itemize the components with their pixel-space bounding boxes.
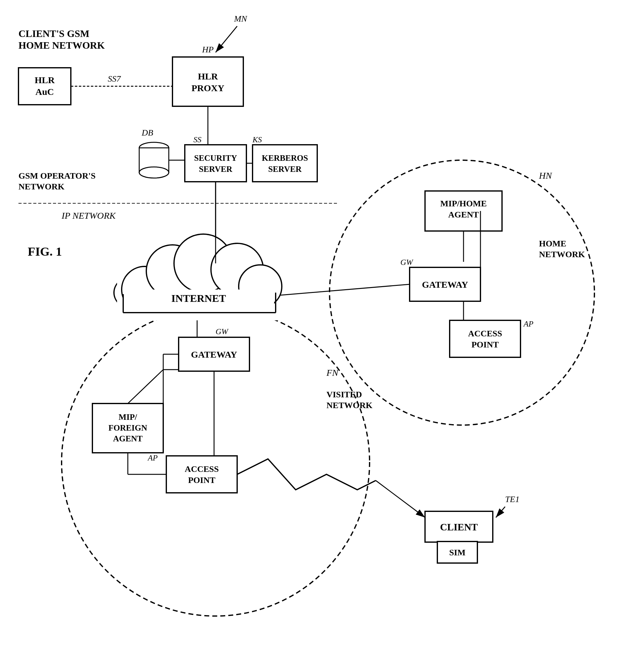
mip-home-text1: MIP/HOME (440, 199, 487, 208)
internet-to-gateway-line (274, 284, 410, 296)
security-text2: SERVER (199, 164, 232, 174)
to-client-line (376, 480, 425, 518)
mip-home-text2: AGENT (448, 210, 479, 219)
hlr-auc-text1: HLR (34, 75, 54, 85)
mip-foreign-text2: FOREIGN (109, 423, 147, 432)
security-server-box (185, 145, 246, 182)
diagram: CLIENT'S GSM HOME NETWORK HLR AuC SS7 HL… (0, 0, 644, 661)
db-bottom (139, 167, 169, 178)
ss-label: SS (193, 135, 202, 144)
clients-gsm-label: CLIENT'S GSM (19, 28, 89, 39)
gateway-bottom-text: GATEWAY (191, 349, 237, 360)
ss7-label: SS7 (108, 74, 121, 84)
hlr-auc-box (19, 68, 71, 105)
fig1-label: FIG. 1 (28, 245, 62, 258)
mn-arrow (215, 26, 237, 52)
security-text1: SECURITY (194, 153, 237, 163)
internet-cloud-overlay: INTERNET (117, 234, 282, 320)
kerberos-text1: KERBEROS (262, 153, 308, 163)
visited-network-text2: NETWORK (326, 401, 373, 410)
home-network-inside2: NETWORK (539, 250, 585, 259)
mip-foreign-text1: MIP/ (119, 412, 137, 422)
home-network-inside: HOME (539, 239, 567, 248)
gw-to-mfa (128, 370, 163, 404)
fn-label: FN (326, 367, 339, 378)
ap-bottom-label: AP (147, 453, 158, 462)
te1-arrow (496, 507, 505, 518)
hlr-proxy-box (172, 57, 243, 106)
kerberos-text2: SERVER (268, 164, 302, 174)
te1-label: TE1 (505, 494, 520, 504)
db-label: DB (141, 128, 153, 137)
home-network-label-top: HOME NETWORK (19, 40, 105, 51)
hp-label: HP (202, 45, 213, 54)
zigzag-line (237, 459, 376, 490)
gw-bottom-label: GW (215, 327, 229, 336)
mip-foreign-text3: AGENT (113, 434, 143, 443)
ip-network-label: IP NETWORK (61, 210, 116, 221)
access-point-bottom-text2: POINT (188, 475, 215, 485)
hlr-proxy-text2: PROXY (191, 83, 225, 93)
gw-top-label: GW (400, 258, 414, 267)
sim-text: SIM (450, 548, 466, 557)
internet-text-overlay: INTERNET (171, 293, 226, 304)
access-point-top-text1: ACCESS (468, 329, 502, 338)
access-point-top-box (450, 320, 521, 357)
access-point-bottom-text1: ACCESS (185, 464, 219, 474)
gsm-operators-text1: GSM OPERATOR'S (19, 171, 95, 181)
ap-top-label: AP (523, 319, 533, 328)
gateway-top-text: GATEWAY (422, 279, 468, 290)
access-point-top-text2: POINT (472, 340, 499, 349)
mn-label: MN (234, 14, 247, 23)
kerberos-box (253, 145, 317, 182)
ks-label: KS (252, 135, 262, 144)
hn-label: HN (539, 170, 553, 181)
hlr-proxy-text1: HLR (198, 71, 218, 81)
access-point-bottom-box (166, 456, 237, 493)
client-text: CLIENT (440, 522, 478, 532)
hlr-auc-text2: AuC (36, 87, 54, 97)
gsm-operators-text2: NETWORK (19, 182, 65, 191)
visited-network-text1: VISITED (326, 390, 362, 399)
